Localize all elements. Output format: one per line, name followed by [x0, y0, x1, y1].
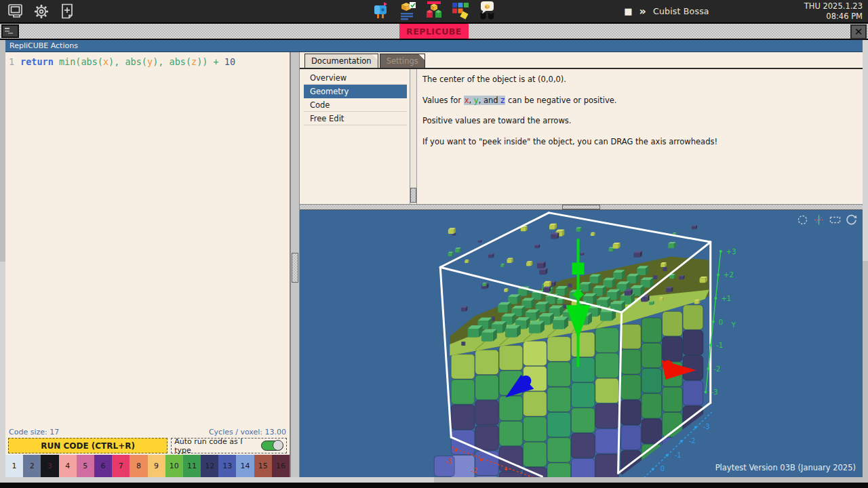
- window-thumbnail-icon[interactable]: [1, 24, 19, 38]
- var-y: y: [474, 96, 479, 105]
- var-x: x: [465, 96, 469, 105]
- nav-item-code[interactable]: Code: [304, 98, 407, 112]
- palette-swatch-8[interactable]: 8: [130, 455, 147, 477]
- var-z: z: [500, 96, 505, 105]
- music-stop-icon[interactable]: ■: [624, 6, 632, 16]
- rotate-view-icon[interactable]: [846, 214, 857, 226]
- palette-swatch-10[interactable]: 10: [165, 455, 183, 477]
- svg-text:Y: Y: [731, 322, 736, 329]
- nav-item-free-edit[interactable]: Free Edit: [304, 112, 407, 125]
- replicube-app-icon[interactable]: [425, 1, 443, 20]
- editor-status-row: Code size: 17 Cycles / voxel: 13.00: [5, 426, 290, 438]
- voxel-scene[interactable]: +3+2+10-1-2-3Y-3-20-1-2-3: [300, 210, 863, 477]
- palette-swatch-2[interactable]: 2: [23, 455, 41, 477]
- replicube-window: RepliCUBE Actions 1 return min(abs(x), a…: [0, 40, 868, 483]
- window-title-bar: RepliCUBE Actions: [5, 40, 863, 52]
- doc-tabs-row: Documentation Settings: [300, 52, 863, 69]
- palette-swatch-14[interactable]: 14: [236, 455, 254, 477]
- tab-settings[interactable]: Settings: [380, 54, 425, 68]
- palette-swatch-11[interactable]: 11: [183, 455, 201, 477]
- color-palette: 1 2 3 4 5 6 7 8 9 10 11 12 13 14 15 16: [5, 455, 290, 477]
- palette-swatch-4[interactable]: 4: [59, 455, 77, 477]
- code-line[interactable]: return min(abs(x), abs(y), abs(z)) + 10: [20, 56, 235, 426]
- nav-item-geometry[interactable]: Geometry: [304, 85, 407, 98]
- palette-number: 7: [119, 462, 123, 470]
- music-track-name: Cubist Bossa: [653, 6, 709, 16]
- svg-text:+1: +1: [721, 295, 731, 302]
- tab-documentation[interactable]: Documentation: [304, 54, 378, 68]
- palette-swatch-1[interactable]: 1: [5, 455, 23, 477]
- view-controls: [797, 214, 857, 226]
- palette-number: 2: [30, 462, 35, 470]
- doc-p2-suffix: can be negative or positive.: [505, 96, 616, 105]
- palette-number: 12: [205, 462, 214, 470]
- doc-p2-sep1: ,: [469, 96, 474, 105]
- auto-run-group: Auto run code as I type: [171, 438, 287, 453]
- panel-scrollbar[interactable]: [290, 52, 300, 477]
- close-window-button[interactable]: ✕: [850, 24, 867, 39]
- replicube-window-tab[interactable]: REPLICUBE: [399, 24, 469, 39]
- auto-run-toggle[interactable]: [261, 441, 283, 451]
- screenshot-tool-icon[interactable]: [7, 3, 24, 20]
- palette-number: 16: [276, 462, 285, 470]
- palette-number: 11: [187, 462, 197, 470]
- svg-text:-2: -2: [471, 467, 477, 474]
- code-operator: +: [214, 56, 224, 67]
- scrollbar-thumb[interactable]: [292, 253, 298, 283]
- palette-swatch-3[interactable]: 3: [41, 455, 58, 477]
- code-number: 10: [224, 56, 235, 67]
- doc-scrollbar-thumb[interactable]: [410, 188, 416, 203]
- svg-text:+2: +2: [724, 271, 734, 279]
- axis-gizmo-icon[interactable]: [813, 214, 825, 226]
- code-panel: 1 return min(abs(x), abs(y), abs(z)) + 1…: [5, 52, 290, 477]
- palette-number: 13: [222, 462, 232, 470]
- code-call: ), abs(: [153, 56, 191, 67]
- palette-swatch-15[interactable]: 15: [254, 455, 272, 477]
- code-keyword: return: [20, 56, 59, 67]
- svg-text:-3: -3: [711, 389, 718, 396]
- divider-grip[interactable]: [562, 205, 600, 209]
- palette-swatch-13[interactable]: 13: [218, 455, 236, 477]
- doc-p2-prefix: Values for: [422, 96, 464, 105]
- color-grid-app-icon[interactable]: [451, 1, 470, 20]
- doc-p2-sep2: , and: [479, 96, 501, 105]
- doc-paragraph-3: Positive values are toward the arrows.: [422, 116, 857, 125]
- settings-gear-icon[interactable]: [33, 3, 50, 20]
- run-code-button[interactable]: RUN CODE (CTRL+R): [8, 438, 167, 453]
- code-size-label: Code size: 17: [9, 428, 59, 436]
- nav-item-overview[interactable]: Overview: [304, 71, 407, 85]
- palette-swatch-5[interactable]: 5: [77, 455, 94, 477]
- doc-nav-list: Overview Geometry Code Free Edit: [300, 69, 410, 204]
- clock-time: 08:46 PM: [804, 12, 863, 21]
- doc-paragraph-1: The center of the object is at (0,0,0).: [422, 75, 857, 84]
- palette-number: 14: [241, 462, 250, 470]
- task-list-app-icon[interactable]: [398, 1, 417, 20]
- toggle-knob: [273, 440, 283, 451]
- svg-text:+3: +3: [726, 248, 736, 256]
- palette-swatch-7[interactable]: 7: [112, 455, 130, 477]
- palette-number: 9: [154, 462, 159, 470]
- code-editor[interactable]: 1 return min(abs(x), abs(y), abs(z)) + 1…: [5, 52, 290, 426]
- palette-number: 3: [47, 462, 52, 470]
- documentation-section: Documentation Settings Overview Geometry…: [300, 52, 863, 204]
- system-clock: THU 2025.1.23 08:46 PM: [804, 1, 863, 21]
- palette-number: 15: [258, 462, 268, 470]
- code-parens: )): [197, 56, 213, 67]
- outline-view-icon[interactable]: [797, 214, 808, 226]
- palette-number: 4: [65, 462, 70, 470]
- panel-divider[interactable]: [300, 204, 863, 210]
- editor-controls-row: RUN CODE (CTRL+R) Auto run code as I typ…: [5, 438, 290, 455]
- doc-scrollbar[interactable]: [410, 69, 417, 204]
- bounds-view-icon[interactable]: [829, 214, 841, 226]
- new-file-icon[interactable]: [58, 3, 76, 20]
- palette-swatch-16[interactable]: 16: [272, 455, 290, 477]
- voxel-viewport[interactable]: +3+2+10-1-2-3Y-3-20-1-2-3 Playtest Versi…: [300, 210, 863, 477]
- xyz-chip: x, y, and z: [464, 96, 506, 105]
- palette-swatch-9[interactable]: 9: [148, 455, 165, 477]
- music-next-icon[interactable]: »: [639, 5, 646, 18]
- palette-swatch-6[interactable]: 6: [94, 455, 112, 477]
- chat-cube-app-icon[interactable]: [477, 1, 496, 20]
- mailbox-app-icon[interactable]: [372, 1, 391, 20]
- palette-swatch-12[interactable]: 12: [201, 455, 218, 477]
- svg-text:-3: -3: [703, 424, 710, 431]
